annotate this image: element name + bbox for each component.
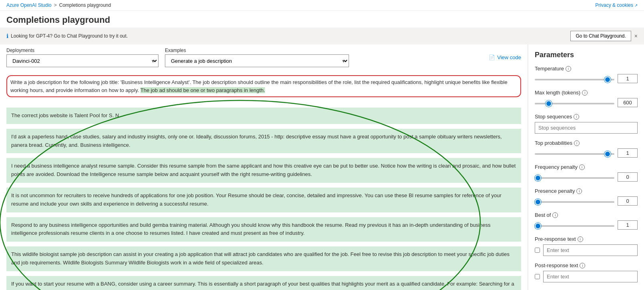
banner-message: Looking for GPT-4? Go to Chat Playground… xyxy=(11,33,128,39)
temperature-slider[interactable] xyxy=(535,79,614,80)
examples-select[interactable]: Generate a job description xyxy=(165,54,349,67)
deployments-select[interactable]: Davinci-002 xyxy=(6,54,158,67)
block6-text: This wildlife biologist sample job descr… xyxy=(11,251,510,266)
pre-response-checkbox-input-row xyxy=(535,244,638,256)
breadcrumb-separator: > xyxy=(54,2,57,8)
studio-link[interactable]: Azure OpenAI Studio xyxy=(6,2,52,8)
max-length-label-row: Max length (tokens) i xyxy=(535,90,638,96)
max-length-info-icon[interactable]: i xyxy=(582,90,588,96)
top-prob-label-row: Top probabilities i xyxy=(535,140,638,146)
freq-penalty-slider-row: 0 xyxy=(535,172,638,182)
privacy-link-text: Privacy & cookies xyxy=(595,2,633,8)
top-prob-slider-row: 1 xyxy=(535,148,638,158)
block7-text: If you want to start your resume with a … xyxy=(11,281,514,290)
max-length-slider-row: 600 xyxy=(535,98,638,107)
response-block-2: I'd ask a paperless hand, case studies, … xyxy=(6,129,521,154)
pre-response-label-row: Pre-response text i xyxy=(535,236,638,242)
stop-sequences-label: Stop sequences xyxy=(535,114,572,120)
max-length-slider[interactable] xyxy=(535,103,614,104)
presence-penalty-slider-container xyxy=(535,198,614,204)
freq-penalty-label-row: Frequency penalty i xyxy=(535,164,638,170)
block3-text: I need a business intelligence analyst r… xyxy=(11,163,516,177)
max-length-value[interactable]: 600 xyxy=(618,98,638,107)
breadcrumb-current: Completions playground xyxy=(59,2,111,8)
best-of-label-row: Best of i xyxy=(535,212,638,218)
top-prob-slider[interactable] xyxy=(535,153,614,155)
privacy-link[interactable]: Privacy & cookies ↗ xyxy=(595,2,638,8)
best-of-slider[interactable] xyxy=(535,225,614,227)
top-prob-slider-container xyxy=(535,150,614,156)
response-block-6: This wildlife biologist sample job descr… xyxy=(6,246,521,271)
freq-penalty-label: Frequency penalty xyxy=(535,164,578,170)
close-banner-button[interactable]: × xyxy=(634,33,638,39)
post-response-label-row: Post-response text i xyxy=(535,262,638,268)
deploy-section: Deployments Davinci-002 xyxy=(6,48,158,67)
prompt-text: Write a job description for the followin… xyxy=(6,75,521,97)
max-length-section: Max length (tokens) i 600 xyxy=(535,90,638,107)
stop-sequences-input[interactable] xyxy=(535,122,638,134)
post-response-info-icon[interactable]: i xyxy=(580,263,585,268)
post-response-input[interactable] xyxy=(543,271,638,282)
max-length-slider-container xyxy=(535,100,614,106)
max-length-label: Max length (tokens) xyxy=(535,90,580,96)
presence-penalty-section: Presence penalty i 0 xyxy=(535,188,638,206)
top-prob-value[interactable]: 1 xyxy=(618,148,638,158)
presence-penalty-slider[interactable] xyxy=(535,201,614,203)
best-of-slider-row: 1 xyxy=(535,220,638,230)
pre-response-section: Pre-response text i xyxy=(535,236,638,256)
temperature-label: Temperature xyxy=(535,66,564,72)
main-container: Deployments Davinci-002 Examples Generat… xyxy=(0,44,644,290)
stop-sequences-info-icon[interactable]: i xyxy=(574,114,579,120)
best-of-value[interactable]: 1 xyxy=(618,220,638,230)
freq-penalty-info-icon[interactable]: i xyxy=(579,164,585,170)
pre-response-checkbox[interactable] xyxy=(535,248,540,253)
temperature-label-row: Temperature i xyxy=(535,66,638,72)
response-block-7: If you want to start your resume with a … xyxy=(6,276,521,290)
toolbar: Deployments Davinci-002 Examples Generat… xyxy=(0,44,528,70)
parameters-title: Parameters xyxy=(535,51,638,59)
deployments-select-wrapper[interactable]: Davinci-002 xyxy=(6,54,158,67)
content-area: Write a job description for the followin… xyxy=(0,70,528,290)
best-of-info-icon[interactable]: i xyxy=(552,212,558,218)
view-code-icon: 📄 xyxy=(489,54,495,60)
left-panel: Deployments Davinci-002 Examples Generat… xyxy=(0,44,528,290)
temperature-info-icon[interactable]: i xyxy=(566,66,571,72)
view-code-label: View code xyxy=(497,54,521,60)
best-of-section: Best of i 1 xyxy=(535,212,638,230)
page-title: Completions playground xyxy=(0,11,644,28)
freq-penalty-slider[interactable] xyxy=(535,177,614,179)
top-prob-info-icon[interactable]: i xyxy=(574,140,580,146)
pre-response-input[interactable] xyxy=(543,244,638,256)
breadcrumb: Azure OpenAI Studio > Completions playgr… xyxy=(6,2,111,8)
prompt-highlighted: The job ad should be one or two paragrap… xyxy=(140,87,265,93)
temperature-slider-row: 1 xyxy=(535,74,638,83)
block4-text: It is not uncommon for recruiters to rec… xyxy=(11,192,502,207)
pre-response-info-icon[interactable]: i xyxy=(578,236,583,242)
examples-select-wrapper[interactable]: Generate a job description xyxy=(165,54,349,67)
freq-penalty-slider-container xyxy=(535,174,614,180)
presence-penalty-value[interactable]: 0 xyxy=(618,196,638,206)
top-prob-label: Top probabilities xyxy=(535,140,572,146)
post-response-label: Post-response text xyxy=(535,262,578,268)
freq-penalty-value[interactable]: 0 xyxy=(618,172,638,182)
prompt-container: Write a job description for the followin… xyxy=(6,75,521,102)
deployments-label: Deployments xyxy=(6,48,158,53)
presence-penalty-label: Presence penalty xyxy=(535,188,575,194)
stop-sequences-label-row: Stop sequences i xyxy=(535,114,638,120)
external-link-icon: ↗ xyxy=(634,3,638,8)
post-response-checkbox-input-row xyxy=(535,271,638,282)
examples-section: Examples Generate a job description xyxy=(165,48,349,67)
best-of-slider-container xyxy=(535,222,614,228)
info-banner-left: ℹ Looking for GPT-4? Go to Chat Playgrou… xyxy=(6,33,128,39)
block5-text: Respond to any business intelligence opp… xyxy=(11,222,490,236)
view-code-button[interactable]: 📄 View code xyxy=(489,54,521,60)
presence-penalty-slider-row: 0 xyxy=(535,196,638,206)
post-response-section: Post-response text i xyxy=(535,262,638,282)
post-response-checkbox[interactable] xyxy=(535,274,540,279)
top-prob-section: Top probabilities i 1 xyxy=(535,140,638,158)
chat-playground-button[interactable]: Go to Chat Playground. xyxy=(570,31,631,41)
block2-text: I'd ask a paperless hand, case studies, … xyxy=(11,134,502,148)
temperature-value[interactable]: 1 xyxy=(618,74,638,83)
presence-penalty-info-icon[interactable]: i xyxy=(576,188,582,194)
response-block-1: The correct jobs website is Talent Pool … xyxy=(6,108,521,124)
